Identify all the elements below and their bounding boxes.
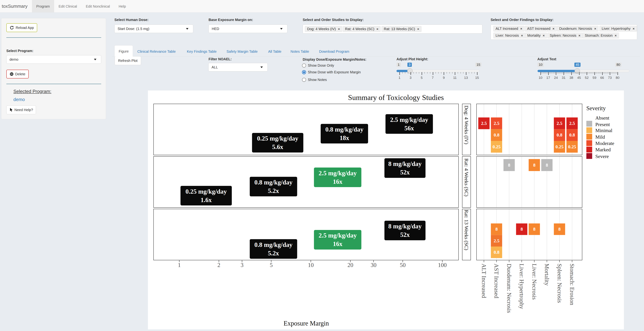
svg-text:Summary of Toxicology Studies: Summary of Toxicology Studies <box>348 94 444 102</box>
svg-text:0.25 mg/kg/day: 0.25 mg/kg/day <box>186 188 227 195</box>
svg-text:8 mg/kg/day: 8 mg/kg/day <box>388 223 422 230</box>
svg-text:2.5 mg/kg/day: 2.5 mg/kg/day <box>390 116 428 123</box>
svg-text:2.5: 2.5 <box>556 121 562 126</box>
svg-text:52x: 52x <box>400 231 410 238</box>
svg-text:Severe: Severe <box>595 154 609 159</box>
svg-text:0.8: 0.8 <box>569 132 575 138</box>
svg-text:Stomach: Erosion: Stomach: Erosion <box>569 264 575 305</box>
svg-text:AST Increased: AST Increased <box>493 264 500 298</box>
svg-text:8: 8 <box>508 162 510 168</box>
svg-text:5.2x: 5.2x <box>268 250 279 257</box>
svg-text:1: 1 <box>178 262 181 268</box>
svg-text:5.6x: 5.6x <box>272 143 283 150</box>
svg-text:Rat: 13 Weeks (SC): Rat: 13 Weeks (SC) <box>464 210 469 250</box>
svg-text:5: 5 <box>270 262 273 268</box>
svg-text:16x: 16x <box>333 240 342 248</box>
svg-text:8 mg/kg/day: 8 mg/kg/day <box>388 160 422 167</box>
svg-text:2.5: 2.5 <box>569 121 575 126</box>
svg-text:Spleen: Necrosis: Spleen: Necrosis <box>556 264 563 303</box>
svg-text:50: 50 <box>400 262 406 268</box>
svg-text:Marked: Marked <box>595 147 611 152</box>
svg-text:0.8 mg/kg/day: 0.8 mg/kg/day <box>325 126 363 133</box>
svg-text:0.8 mg/kg/day: 0.8 mg/kg/day <box>254 179 292 186</box>
svg-text:3: 3 <box>241 262 244 268</box>
svg-text:0.8: 0.8 <box>494 250 500 255</box>
svg-text:Moderate: Moderate <box>595 140 614 146</box>
svg-text:2.5: 2.5 <box>494 238 500 243</box>
svg-text:0.25: 0.25 <box>556 144 564 149</box>
svg-text:20: 20 <box>348 262 353 268</box>
svg-text:0.8: 0.8 <box>556 132 562 138</box>
svg-text:2.5 mg/kg/day: 2.5 mg/kg/day <box>318 170 357 177</box>
svg-text:56x: 56x <box>404 125 414 132</box>
svg-text:10: 10 <box>308 262 314 268</box>
svg-text:Severity: Severity <box>586 105 606 112</box>
svg-text:ALT Increased: ALT Increased <box>481 264 487 298</box>
svg-text:8: 8 <box>558 226 560 232</box>
svg-text:52x: 52x <box>400 169 410 176</box>
svg-text:2: 2 <box>217 262 220 268</box>
svg-text:0.8 mg/kg/day: 0.8 mg/kg/day <box>254 241 292 248</box>
svg-text:2.5 mg/kg/day: 2.5 mg/kg/day <box>318 232 357 239</box>
svg-text:100: 100 <box>438 262 447 268</box>
svg-text:Dog: 4 Weeks (IV): Dog: 4 Weeks (IV) <box>464 106 469 144</box>
svg-text:Liver: Hypertrophy: Liver: Hypertrophy <box>518 264 525 309</box>
svg-text:8: 8 <box>533 162 536 168</box>
svg-text:Mild: Mild <box>595 134 605 140</box>
svg-text:2.5: 2.5 <box>494 121 500 126</box>
svg-text:Rat: 4 Weeks (SC): Rat: 4 Weeks (SC) <box>464 158 469 196</box>
svg-text:1.6x: 1.6x <box>200 196 212 204</box>
svg-text:0.25 mg/kg/day: 0.25 mg/kg/day <box>257 135 298 142</box>
svg-text:Mortality: Mortality <box>544 264 550 286</box>
svg-text:0.25: 0.25 <box>568 144 576 149</box>
svg-text:16x: 16x <box>333 178 342 185</box>
svg-text:Exposure Margin: Exposure Margin <box>284 320 329 327</box>
svg-text:8: 8 <box>496 226 498 232</box>
svg-text:Absent: Absent <box>595 115 610 120</box>
svg-text:Liver: Necrosis: Liver: Necrosis <box>531 264 538 300</box>
svg-text:Duodenum: Necrosis: Duodenum: Necrosis <box>506 264 512 313</box>
svg-text:Minimal: Minimal <box>595 128 612 133</box>
svg-text:30: 30 <box>370 262 376 268</box>
svg-text:8: 8 <box>533 226 536 232</box>
svg-text:18x: 18x <box>340 134 349 142</box>
svg-text:0.8: 0.8 <box>494 132 500 138</box>
svg-text:5.2x: 5.2x <box>268 187 279 194</box>
svg-text:Present: Present <box>595 122 610 127</box>
svg-text:0.25: 0.25 <box>492 144 501 149</box>
svg-text:8: 8 <box>546 162 548 168</box>
svg-text:8: 8 <box>520 226 523 232</box>
svg-text:2.5: 2.5 <box>481 121 487 126</box>
